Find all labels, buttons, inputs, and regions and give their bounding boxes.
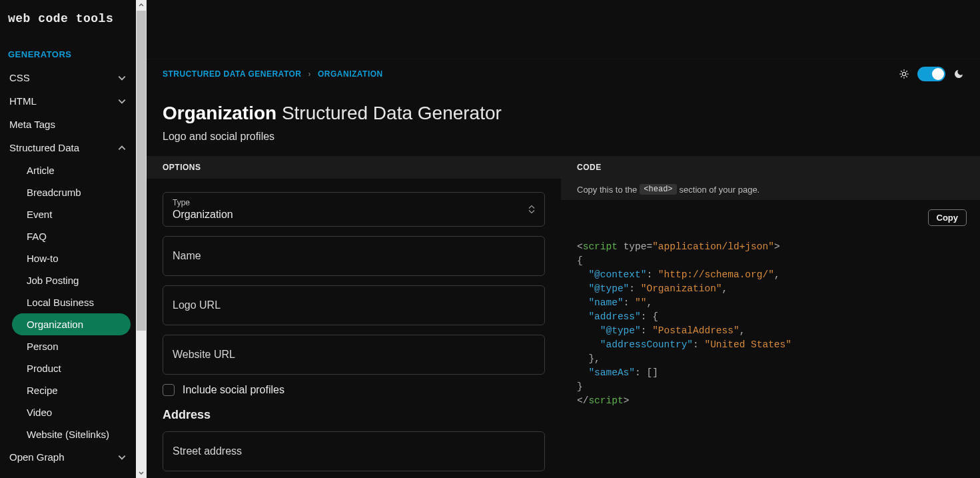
page-header: Organization Structured Data Generator L… [147,88,980,156]
switch-knob [932,68,944,80]
nav-label: CSS [9,72,30,83]
chevron-up-icon [117,143,127,153]
svg-line-6 [906,76,907,77]
nav-sub-website-sitelinks[interactable]: Website (Sitelinks) [12,423,131,445]
breadcrumb-parent[interactable]: STRUCTURED DATA GENERATOR [163,69,302,79]
chevron-right-icon: › [308,69,312,79]
code-note: Copy this to the <head> section of your … [561,179,980,200]
main: STRUCTURED DATA GENERATOR › ORGANIZATION [147,0,980,478]
website-url-input[interactable]: Website URL [163,335,545,375]
svg-line-5 [901,71,901,71]
chevron-down-icon [117,453,127,462]
nav-sub-local-business[interactable]: Local Business [12,291,131,313]
code-area: Copy <script type="application/ld+json">… [561,200,980,434]
nav-sub-recipe[interactable]: Recipe [12,379,131,401]
include-social-label: Include social profiles [183,384,284,396]
sun-icon [899,69,909,79]
code-address-type: PostalAddress [658,325,734,336]
breadcrumb-row: STRUCTURED DATA GENERATOR › ORGANIZATION [147,59,980,88]
svg-point-0 [902,72,905,75]
name-input[interactable]: Name [163,236,545,276]
code-address-country: United States [710,339,785,350]
svg-line-8 [906,71,907,71]
nav-label: Meta Tags [9,119,55,130]
scroll-thumb[interactable] [137,11,146,331]
svg-line-7 [901,76,901,77]
copy-button[interactable]: Copy [928,209,967,226]
sidebar-section-header: GENERATORS [0,41,136,66]
chevron-down-icon [117,73,127,83]
type-value: Organization [173,209,233,220]
address-header: Address [163,408,545,422]
code-panel: CODE Copy this to the <head> section of … [561,156,980,478]
nav-sub-article[interactable]: Article [12,159,131,181]
street-placeholder: Street address [173,445,242,457]
logo-url-input[interactable]: Logo URL [163,285,545,325]
nav-sub-howto[interactable]: How-to [12,247,131,269]
nav-sub-product[interactable]: Product [12,357,131,379]
include-social-checkbox[interactable] [163,384,175,396]
theme-toggle [899,67,964,81]
nav-label: HTML [9,95,37,107]
nav-sub-faq[interactable]: FAQ [12,225,131,247]
type-select[interactable]: Type Organization [163,192,545,227]
code-note-pill: <head> [640,184,676,195]
page-title-rest: Structured Data Generator [276,103,502,123]
scroll-up-icon[interactable] [136,0,147,11]
type-label: Type [173,198,535,207]
logo[interactable]: web code tools [0,0,136,41]
theme-switch[interactable] [917,67,945,81]
code-note-post: section of your page. [680,185,760,195]
sidebar: web code tools GENERATORS CSS HTML Meta … [0,0,147,478]
breadcrumb-current[interactable]: ORGANIZATION [318,69,383,79]
nav-sub-job-posting[interactable]: Job Posting [12,269,131,291]
code-header: CODE [561,156,980,179]
page-title: Organization Structured Data Generator [163,103,964,124]
nav-item-meta-tags[interactable]: Meta Tags [0,113,136,136]
nav-sub-breadcrumb[interactable]: Breadcrumb [12,181,131,203]
nav-item-html[interactable]: HTML [0,89,136,113]
moon-icon [953,69,964,79]
nav-sublist-structured-data: Article Breadcrumb Event FAQ How-to Job … [0,159,136,445]
chevron-down-icon [117,97,127,106]
logo-placeholder: Logo URL [173,299,221,311]
nav-label: Structured Data [9,142,79,153]
nav-label: Open Graph [9,451,65,463]
nav-sub-person[interactable]: Person [12,335,131,357]
website-placeholder: Website URL [173,349,235,360]
code-type: Organization [646,283,716,294]
include-social-row: Include social profiles [163,384,545,396]
panels: OPTIONS Type Organization Name [147,156,980,478]
nav-item-structured-data[interactable]: Structured Data [0,136,136,159]
topbar-ad-space [147,0,980,59]
breadcrumb: STRUCTURED DATA GENERATOR › ORGANIZATION [163,69,383,79]
page-subtitle: Logo and social profiles [163,131,964,143]
scroll-down-icon[interactable] [136,467,147,478]
code-context: http://schema.org/ [664,269,769,280]
name-placeholder: Name [173,250,201,261]
nav-item-css[interactable]: CSS [0,66,136,89]
page-title-bold: Organization [163,103,276,123]
code-note-pre: Copy this to the [577,185,637,195]
nav-sub-event[interactable]: Event [12,203,131,225]
options-body: Type Organization Name Logo URL [147,179,561,478]
select-caret-icon [528,205,535,214]
nav-sub-organization[interactable]: Organization [12,313,131,335]
street-address-input[interactable]: Street address [163,431,545,471]
sidebar-scrollbar[interactable] [136,0,147,478]
nav-sub-video[interactable]: Video [12,401,131,423]
options-header: OPTIONS [147,156,561,179]
nav-item-open-graph[interactable]: Open Graph [0,445,136,469]
app-root: web code tools GENERATORS CSS HTML Meta … [0,0,980,478]
options-panel: OPTIONS Type Organization Name [147,156,561,478]
